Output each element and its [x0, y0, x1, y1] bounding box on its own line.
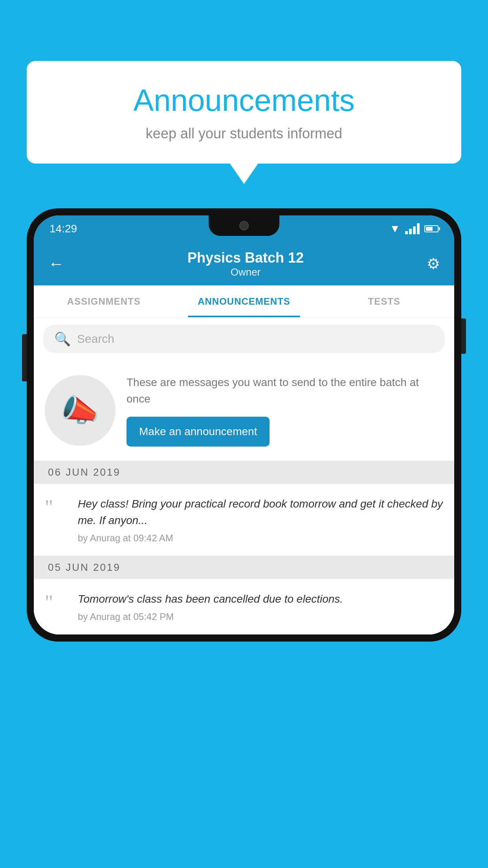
date-divider-1: 06 JUN 2019: [34, 461, 454, 484]
battery-icon: [424, 225, 438, 232]
date-divider-2: 05 JUN 2019: [34, 556, 454, 579]
content-area: 🔍 Search 📣 These are messages you want t…: [34, 318, 454, 634]
announcement-meta-2: by Anurag at 05:42 PM: [78, 611, 443, 622]
tabs-bar: ASSIGNMENTS ANNOUNCEMENTS TESTS: [34, 285, 454, 318]
batch-subtitle: Owner: [187, 266, 304, 278]
phone-shell: 14:29 ▼ ← Phys: [27, 208, 461, 642]
speech-bubble: Announcements keep all your students inf…: [27, 61, 461, 164]
quote-icon-1: ": [45, 497, 68, 518]
signal-bar-4: [417, 223, 420, 234]
header-title-container: Physics Batch 12 Owner: [187, 250, 304, 278]
speech-bubble-subtitle: keep all your students informed: [42, 125, 446, 142]
search-bar-container: 🔍 Search: [34, 318, 454, 360]
search-icon: 🔍: [54, 331, 71, 347]
quote-icon-2: ": [45, 592, 68, 613]
speech-bubble-container: Announcements keep all your students inf…: [27, 61, 461, 164]
megaphone-icon: 📣: [61, 392, 100, 429]
search-bar[interactable]: 🔍 Search: [43, 325, 445, 353]
app-header: ← Physics Batch 12 Owner ⚙: [34, 242, 454, 285]
speech-bubble-title: Announcements: [42, 83, 446, 118]
phone-notch: [209, 215, 279, 236]
tab-announcements[interactable]: ANNOUNCEMENTS: [174, 285, 314, 317]
announcement-meta-1: by Anurag at 09:42 AM: [78, 533, 443, 544]
megaphone-circle: 📣: [45, 375, 116, 446]
signal-bar-1: [405, 231, 408, 234]
announcement-item-2: " Tomorrow's class has been cancelled du…: [34, 579, 454, 634]
phone-screen: 14:29 ▼ ← Phys: [34, 215, 454, 634]
intro-right: These are messages you want to send to t…: [127, 374, 443, 447]
announcement-item-1: " Hey class! Bring your practical record…: [34, 484, 454, 556]
front-camera: [239, 221, 249, 230]
signal-bar-2: [409, 229, 412, 234]
announcement-content-2: Tomorrow's class has been cancelled due …: [78, 591, 443, 622]
status-icons: ▼: [389, 223, 438, 235]
status-time: 14:29: [50, 223, 77, 235]
announcement-intro-card: 📣 These are messages you want to send to…: [34, 360, 454, 461]
announcement-content-1: Hey class! Bring your practical record b…: [78, 496, 443, 544]
intro-description: These are messages you want to send to t…: [127, 374, 443, 407]
battery-fill: [426, 227, 433, 231]
search-placeholder: Search: [77, 332, 114, 346]
tab-assignments[interactable]: ASSIGNMENTS: [34, 285, 174, 317]
announcement-message-1: Hey class! Bring your practical record b…: [78, 496, 443, 529]
tab-tests[interactable]: TESTS: [314, 285, 454, 317]
make-announcement-button[interactable]: Make an announcement: [127, 417, 270, 447]
settings-icon[interactable]: ⚙: [427, 255, 440, 272]
wifi-icon: ▼: [389, 223, 400, 235]
announcement-message-2: Tomorrow's class has been cancelled due …: [78, 591, 443, 607]
back-button[interactable]: ←: [48, 254, 64, 273]
signal-bar-3: [413, 226, 416, 234]
phone-container: 14:29 ▼ ← Phys: [27, 208, 461, 868]
batch-title: Physics Batch 12: [187, 250, 304, 266]
signal-icon: [405, 223, 420, 234]
